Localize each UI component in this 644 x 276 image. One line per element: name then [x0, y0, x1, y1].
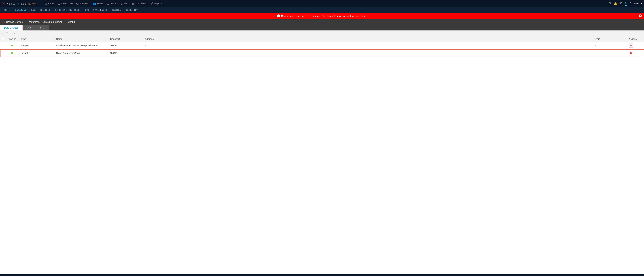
row-checkbox[interactable]	[2, 52, 4, 54]
chevron-down-icon: ▾	[641, 2, 642, 5]
bell-icon[interactable]: 🔔	[614, 2, 617, 5]
config-tabs: Data Sources Lists STIX	[0, 25, 644, 30]
cell-address: -	[143, 42, 594, 49]
edit-button[interactable]: ✎	[13, 32, 16, 35]
nav-dashboard[interactable]: ▦Dashboard	[131, 1, 148, 6]
brand-icon	[2, 1, 6, 6]
add-dropdown-icon[interactable]: ▾	[6, 32, 8, 34]
nav-label: Reports	[154, 2, 162, 5]
jobs-icon[interactable]: 🗒	[620, 2, 622, 5]
license-alert-bar: ! One or more licenses have expired. For…	[0, 13, 644, 19]
current-service-name: esaprimary - Contexthub Server	[29, 20, 62, 23]
home-icon: ⌂	[45, 2, 47, 5]
nav-label: Dashboard	[136, 2, 147, 5]
tab-stix[interactable]: STIX	[36, 25, 49, 30]
subnav-services[interactable]: SERVICES	[15, 7, 27, 13]
status-dot-icon	[11, 44, 13, 46]
row-settings-button[interactable]	[629, 51, 633, 55]
table-header-row: Enabled Type Name Transport Address Port…	[0, 36, 644, 42]
col-transport[interactable]: Transport	[108, 36, 143, 42]
svg-line-6	[4, 2, 5, 3]
cell-type: Insight	[19, 49, 54, 57]
timer-icon[interactable]: ⏱	[608, 2, 611, 5]
config-dropdown[interactable]: Config ▾	[68, 20, 78, 23]
subnav-hosts[interactable]: HOSTS	[2, 7, 11, 13]
tab-lists[interactable]: Lists	[23, 25, 36, 30]
nav-users[interactable]: 👥Users	[92, 1, 104, 6]
col-enabled[interactable]: Enabled	[6, 36, 19, 42]
svg-line-7	[3, 3, 4, 4]
nav-files[interactable]: 🗎Files	[119, 1, 130, 6]
col-name[interactable]: Name	[54, 36, 108, 42]
add-button[interactable]: ＋	[2, 31, 4, 35]
nav-label: Hosts	[110, 2, 116, 5]
status-dot-icon	[11, 52, 13, 54]
svg-line-8	[4, 3, 5, 4]
nav-respond[interactable]: 🛡Respond	[75, 1, 90, 6]
settings-icon[interactable]: ✂	[625, 1, 628, 6]
nav-hosts[interactable]: 🖧Hosts	[106, 1, 118, 6]
cell-address: -	[143, 49, 594, 57]
nav-reports[interactable]: 🗐Reports	[150, 1, 164, 6]
subnav-system[interactable]: SYSTEM	[112, 7, 122, 13]
data-sources-table: Enabled Type Name Transport Address Port…	[0, 36, 644, 57]
col-address[interactable]: Address	[143, 36, 594, 42]
help-icon[interactable]: ?	[630, 2, 632, 5]
subnav-event-sources[interactable]: EVENT SOURCES	[31, 7, 51, 13]
select-all-header	[0, 36, 6, 42]
user-menu[interactable]: admin▾	[634, 2, 642, 5]
col-type[interactable]: Type	[19, 36, 54, 42]
cell-transport: AMQP	[108, 42, 143, 49]
subnav-health[interactable]: HEALTH & WELLNESS	[83, 7, 108, 13]
service-context-bar: Change Service | esaprimary - Contexthub…	[0, 19, 644, 25]
svg-rect-10	[2, 22, 3, 23]
brand-logo-area: NETWITNESSPlatform	[2, 1, 37, 6]
grid-toolbar: ＋ ▾ − ✎	[0, 30, 644, 36]
select-all-checkbox[interactable]	[2, 38, 4, 40]
alert-icon: !	[277, 14, 280, 17]
col-actions[interactable]: Actions	[627, 36, 644, 42]
nav-investigate[interactable]: 🗔Investigate	[56, 1, 74, 6]
nav-home[interactable]: ⌂Home	[44, 1, 55, 6]
top-navigation: NETWITNESSPlatform ⌂Home 🗔Investigate 🛡R…	[0, 0, 644, 7]
alert-text: One or more licenses have expired. For m…	[281, 14, 350, 17]
user-name: admin	[634, 2, 640, 5]
divider: |	[26, 20, 26, 23]
divider: |	[65, 20, 65, 23]
cell-name: Stardust-AdminServer - Respond Server	[54, 42, 108, 49]
cell-type: Respond	[19, 42, 54, 49]
nav-label: Files	[124, 2, 129, 5]
files-icon: 🗎	[120, 2, 123, 5]
brand-text: NETWITNESSPlatform	[7, 2, 37, 5]
svg-rect-11	[4, 22, 4, 23]
table-row[interactable]: InsightCloud Connector ServerAMQP--	[0, 49, 644, 57]
chevron-down-icon: ▾	[76, 21, 78, 23]
change-service-button[interactable]: Change Service	[2, 20, 23, 23]
row-settings-button[interactable]	[629, 43, 633, 47]
table-row[interactable]: RespondStardust-AdminServer - Respond Se…	[0, 42, 644, 49]
alert-help-icon[interactable]: ?	[639, 14, 642, 17]
brand-name: NETWITNESS	[7, 2, 26, 5]
brand-suffix: Platform	[26, 2, 37, 5]
config-label: Config	[68, 20, 74, 23]
cell-port: -	[594, 49, 627, 57]
license-details-link[interactable]: License Details	[350, 14, 367, 17]
change-service-label: Change Service	[6, 20, 23, 23]
nav-label: Investigate	[61, 2, 73, 5]
investigate-icon: 🗔	[58, 2, 60, 5]
users-icon: 👥	[93, 2, 96, 5]
svg-rect-9	[3, 20, 4, 21]
sub-navigation: HOSTS SERVICES EVENT SOURCES ENDPOINT SO…	[0, 7, 644, 13]
reports-icon: 🗐	[151, 2, 153, 5]
cell-name: Cloud Connector Server	[54, 49, 108, 57]
hosts-icon: 🖧	[107, 2, 110, 5]
tab-data-sources[interactable]: Data Sources	[0, 25, 23, 30]
subnav-security[interactable]: SECURITY	[126, 7, 138, 13]
respond-icon: 🛡	[76, 2, 79, 5]
row-checkbox[interactable]	[2, 44, 4, 46]
subnav-endpoint-sources[interactable]: ENDPOINT SOURCES	[55, 7, 79, 13]
remove-button[interactable]: −	[10, 32, 11, 35]
service-tree-icon	[2, 20, 5, 23]
nav-label: Respond	[80, 2, 89, 5]
col-port[interactable]: Port	[594, 36, 627, 42]
